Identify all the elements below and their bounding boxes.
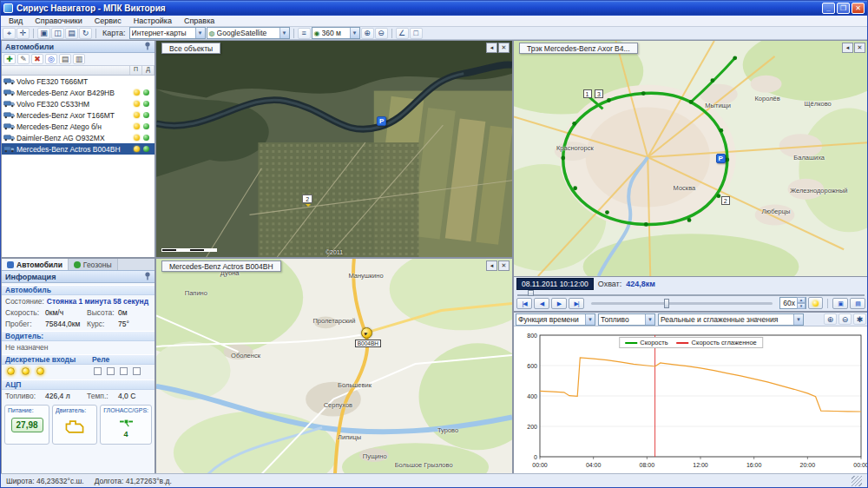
playback-speed-spinner[interactable]: 60x ▲▼ (779, 297, 806, 309)
menu-item[interactable]: Справочники (29, 16, 89, 25)
vehicle-row[interactable]: Mercedes-Benz Atego б/н (2, 121, 155, 132)
dropdown-arrow-icon: ▼ (793, 314, 803, 325)
menu-item[interactable]: Сервис (89, 16, 128, 25)
relay-checkbox[interactable] (133, 367, 141, 375)
data-status-dot (143, 123, 149, 129)
panel-close-button[interactable]: ✕ (498, 43, 510, 53)
play-forward-button[interactable]: ▶ (551, 298, 567, 309)
panel-close-button[interactable]: ✕ (854, 43, 865, 53)
menu-item[interactable]: Вид (3, 16, 29, 25)
vehicle-row[interactable]: Mercedes-Benz Axor Т166МТ (2, 109, 155, 121)
edit-vehicle-button[interactable]: ✎ (17, 54, 30, 64)
timeline-slider-handle[interactable] (528, 290, 534, 296)
column-header[interactable]: П (130, 66, 142, 75)
column-header[interactable] (2, 66, 130, 75)
track-report-button[interactable]: ▤ (850, 298, 865, 309)
columns-button[interactable]: ▥ (73, 54, 85, 64)
mode-select[interactable]: Реальные и сглаженные значения▼ (658, 313, 804, 326)
map-type-select[interactable]: ◍GoogleSatellite▼ (207, 27, 290, 39)
go-end-button[interactable]: ▶| (569, 298, 584, 309)
layers-button[interactable]: ≡ (298, 28, 311, 39)
fullscreen-button[interactable]: □ (410, 28, 423, 39)
parking-marker[interactable]: P (716, 154, 726, 163)
title-bar[interactable]: Сириус Навигатор - МПК Виктория _❐✕ (1, 1, 867, 16)
scale-icon: ◉ (314, 30, 320, 37)
vehicle-map-tab[interactable]: Mercedes-Benz Actros В004ВН (161, 260, 281, 272)
track-point-marker-2[interactable]: 2 (721, 196, 730, 205)
tab-vehicles[interactable]: Автомобили (2, 259, 69, 270)
play-backward-button[interactable]: ◀ (534, 298, 549, 309)
printer-icon: ▤ (68, 29, 76, 37)
truck-icon (3, 122, 16, 130)
track-point-marker-3[interactable]: 3 (595, 89, 603, 98)
ruler-button[interactable]: ∠ (396, 28, 409, 39)
track-map-panel[interactable]: Трэк Mercedes-Benz Axor В4... ◂✕ МытищиК… (513, 40, 868, 277)
parking-marker[interactable]: P (377, 116, 386, 126)
vehicle-row[interactable]: Mercedes-Benz Actros В004ВН (2, 143, 155, 155)
io-section-headers: Дискретные входы Реле (2, 353, 155, 365)
print-button[interactable]: ▤ (65, 28, 78, 39)
flag-marker[interactable]: 2 (302, 195, 312, 203)
panel-menu-button[interactable]: ◂ (842, 43, 853, 53)
map-scale-select[interactable]: ◉360 м▼ (312, 27, 360, 39)
spin-down-icon[interactable]: ▼ (797, 303, 806, 309)
go-start-button[interactable]: |◀ (516, 298, 532, 309)
panel-menu-button[interactable]: ◂ (486, 260, 497, 271)
chart-area[interactable]: 020040060080000:0004:0008:0012:0016:0020… (514, 326, 868, 474)
panel-menu-button[interactable]: ◂ (486, 43, 497, 53)
pointer-tool-button[interactable]: ⌖ (3, 28, 16, 39)
vehicle-row[interactable]: Mercedes-Benz Axor В429НВ (2, 87, 155, 98)
objects-map-tab[interactable]: Все объекты (161, 43, 220, 54)
playback-position-slider[interactable] (591, 302, 773, 305)
vehicle-row[interactable]: Volvo FE320 С533НМ (2, 98, 155, 109)
slider-knob[interactable] (664, 299, 669, 308)
pin-icon[interactable] (144, 42, 151, 52)
pin-icon[interactable] (144, 272, 151, 282)
spin-up-icon[interactable]: ▲ (797, 297, 806, 303)
legend-item: Скорость сглаженное (677, 339, 757, 346)
open-button[interactable]: ▣ (37, 28, 50, 39)
menu-item[interactable]: Справка (178, 16, 220, 25)
chart-legend: СкоростьСкорость сглаженное (619, 337, 763, 348)
function-select[interactable]: Функция времени▼ (516, 313, 595, 326)
objects-map-panel[interactable]: Все объекты ◂✕ P 2 ©2011 (155, 40, 513, 258)
minimize-button[interactable]: _ (822, 3, 835, 14)
ruler-icon: ∠ (398, 29, 405, 37)
group-view-button[interactable]: ▤ (59, 54, 71, 64)
tab-geozones[interactable]: Геозоны (69, 259, 118, 270)
delete-vehicle-button[interactable]: ✖ (31, 54, 43, 64)
chart-zoom-in-button[interactable]: ⊕ (824, 313, 837, 325)
vehicle-row[interactable]: Volvo FE320 Т666МТ (2, 76, 155, 87)
save-button[interactable]: ◫ (51, 28, 64, 39)
data-status-dot (143, 101, 149, 107)
track-map-tab[interactable]: Трэк Mercedes-Benz Axor В4... (519, 43, 638, 54)
map-source-select[interactable]: Интернет-карты▼ (129, 27, 206, 39)
relay-checkbox[interactable] (94, 367, 102, 375)
menu-item[interactable]: Настройка (128, 16, 178, 25)
resize-grip[interactable] (852, 476, 862, 486)
relay-checkbox[interactable] (120, 367, 128, 375)
close-button[interactable]: ✕ (852, 3, 865, 14)
panel-close-button[interactable]: ✕ (498, 260, 510, 271)
column-header[interactable]: Д (142, 66, 155, 75)
snapshot-button[interactable]: ▣ (832, 298, 848, 309)
find-vehicle-button[interactable]: ◎ (45, 54, 57, 64)
chart-settings-button[interactable]: ✱ (853, 313, 866, 325)
dropdown-arrow-icon: ▼ (350, 28, 359, 38)
vehicle-map-panel[interactable]: Mercedes-Benz Actros В004ВН ◂✕ ДубнаМану… (155, 258, 513, 475)
pan-tool-button[interactable]: ✛ (16, 28, 30, 39)
track-start-marker[interactable]: 1 (583, 89, 592, 98)
timeline-slider[interactable] (517, 290, 865, 296)
zoom-in-button[interactable]: ⊕ (361, 28, 374, 39)
chart-zoom-out-button[interactable]: ⊖ (838, 313, 852, 325)
parameter-select[interactable]: Топливо▼ (598, 313, 655, 326)
menu-items: ВидСправочникиСервисНастройкаСправка (3, 16, 220, 25)
vehicles-toolbar: ✚✎✖◎▤▥ (2, 53, 155, 66)
highlight-toggle-button[interactable] (808, 297, 823, 309)
relay-checkbox[interactable] (107, 367, 115, 375)
vehicle-row[interactable]: Daimler-Benz AG О932МХ (2, 132, 155, 143)
refresh-button[interactable]: ↻ (79, 28, 92, 39)
maximize-button[interactable]: ❐ (837, 3, 850, 14)
add-vehicle-button[interactable]: ✚ (3, 54, 16, 64)
zoom-out-button[interactable]: ⊖ (375, 28, 388, 39)
